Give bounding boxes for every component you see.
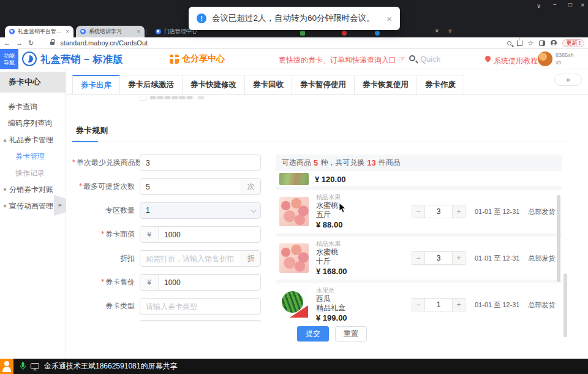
sidebar-item-operation-log[interactable]: 操作记录 <box>0 165 66 181</box>
hidden-tab-close-icon[interactable]: × <box>435 27 439 34</box>
summary-infix: 种，共可兑换 <box>320 158 364 168</box>
page-scrollbar[interactable] <box>564 273 567 337</box>
tab-card-void[interactable]: 券卡作废 <box>417 75 464 95</box>
card-sale-price-input[interactable] <box>159 275 260 290</box>
tab-close-icon[interactable]: × <box>66 28 69 35</box>
valid-period: 01-01 至 12-31 <box>475 254 519 263</box>
sidebar-item-card-management[interactable]: 券卡管理 <box>0 148 66 165</box>
chevron-down-icon: ▼ <box>2 204 7 209</box>
tab-resume-use[interactable]: 券卡恢复使用 <box>354 75 417 95</box>
menu-icon: ≡ <box>58 202 62 209</box>
tab-card-recycle[interactable]: 券卡回收 <box>244 75 292 95</box>
checkbox[interactable] <box>140 96 146 101</box>
pointing-hand-icon: ☞ <box>398 54 406 64</box>
max-pickup-times-field: 次 <box>140 178 261 195</box>
url-text[interactable]: standard.maboy.cn/CardsOut <box>60 39 148 47</box>
share-center-label: 仓分享中心 <box>182 53 225 64</box>
share-icon[interactable] <box>517 40 522 46</box>
quantity-input[interactable] <box>425 251 452 265</box>
browser-update-button[interactable]: 更新 ! <box>562 39 584 47</box>
lock-icon[interactable] <box>50 42 55 45</box>
discount-input[interactable] <box>140 251 241 266</box>
hidden-tab-favicon-icon[interactable] <box>300 31 305 36</box>
minus-button[interactable]: − <box>412 298 425 311</box>
tab-quick-modify[interactable]: 券卡快捷修改 <box>182 75 245 95</box>
tutorial-link[interactable]: 系统使用教程 <box>494 56 538 66</box>
quick-search-label[interactable]: Quick <box>420 55 440 64</box>
quick-search-icon[interactable] <box>409 55 415 61</box>
form-row: 券卡类型 <box>72 298 261 315</box>
tab-separator <box>146 29 146 35</box>
product-price: ¥ 120.00 <box>315 175 346 185</box>
profile-icon[interactable] <box>551 40 557 46</box>
tab-follow-up-activation[interactable]: 券卡后续激活 <box>119 75 183 95</box>
window-close-icon[interactable]: × <box>581 1 584 9</box>
side-panel-icon[interactable] <box>539 40 545 46</box>
bookmark-star-icon[interactable]: ☆ <box>528 40 534 47</box>
zoom-icon[interactable] <box>507 41 511 45</box>
select-value: 1 <box>140 203 260 218</box>
min-exchange-count-input[interactable] <box>140 155 260 170</box>
window-maximize-icon[interactable]: □ <box>568 1 572 8</box>
card-face-value-input[interactable] <box>159 227 260 242</box>
valid-period: 01-01 至 12-31 <box>475 207 519 216</box>
summary-suffix: 件商品 <box>379 158 401 168</box>
window-menu-icon[interactable]: ∨ <box>537 2 541 9</box>
hidden-tab-favicon-icon[interactable] <box>375 31 380 36</box>
forward-icon[interactable]: → <box>16 40 23 47</box>
sidebar-item-card-query[interactable]: 券卡查询 <box>0 99 66 115</box>
cutoff-text-fragment <box>198 96 204 99</box>
tab-suspend-use[interactable]: 券卡暂停使用 <box>292 75 355 95</box>
minus-button[interactable]: − <box>412 251 425 265</box>
product-row-partial[interactable]: ¥ 120.00 <box>276 171 562 186</box>
expand-button[interactable]: » <box>554 74 582 86</box>
username-sub: xh <box>556 59 562 66</box>
new-tab-button[interactable]: + <box>448 26 453 36</box>
zone-count-select[interactable]: 1 <box>140 202 261 219</box>
max-pickup-times-input[interactable] <box>140 179 241 194</box>
product-row[interactable]: 精品水果 水蜜桃 五斤 ¥ 88.00 − + 01-01 至 12-31 总部… <box>276 190 562 233</box>
browser-tab[interactable]: 系统培训学习 × <box>76 26 145 37</box>
participant-icon <box>0 359 13 374</box>
quantity-input[interactable] <box>425 298 452 311</box>
form-row: *券卡面值 ¥ <box>72 226 261 243</box>
field-label: *券卡面值 <box>72 226 140 243</box>
plus-button[interactable]: + <box>452 298 466 311</box>
quick-entry-tip: 更快捷的券卡、订单和快递查询入口 <box>279 55 396 66</box>
window-minimize-icon[interactable]: − <box>553 1 557 8</box>
product-image-watermelon <box>279 290 309 319</box>
card-face-value-field: ¥ <box>140 226 261 243</box>
quantity-input[interactable] <box>425 205 452 218</box>
unit-suffix: 折 <box>241 251 260 266</box>
toast-close-icon[interactable]: × <box>386 13 392 24</box>
product-row[interactable]: 水果类 西瓜 精品礼盒 ¥ 199.00 − + 01-01 至 12-31 总… <box>276 283 562 322</box>
share-center-link[interactable]: 仓分享中心 <box>170 53 225 64</box>
sidebar-item-code-sequence-query[interactable]: 编码序列查询 <box>0 115 66 132</box>
tab-cards-out[interactable]: 券卡出库 <box>72 75 120 95</box>
card-type-input[interactable] <box>140 299 260 314</box>
hidden-tab-favicon-icon[interactable] <box>342 31 347 36</box>
minus-button[interactable]: − <box>412 205 425 218</box>
delivery-source: 总部发货 <box>528 254 555 263</box>
update-alert-icon: ! <box>579 40 581 46</box>
sidebar-group-gift-card-mgmt[interactable]: ▲礼品券卡管理 <box>0 132 66 148</box>
nav-toggle-label: 导航 <box>4 59 15 66</box>
tab-close-icon[interactable]: × <box>137 28 140 35</box>
reload-icon[interactable]: ↻ <box>28 40 34 47</box>
cutoff-text-fragment <box>150 96 194 99</box>
plus-button[interactable]: + <box>452 205 466 218</box>
sidebar-group-label: 宣传动画管理 <box>9 202 53 210</box>
plus-button[interactable]: + <box>452 251 466 265</box>
user-avatar[interactable] <box>538 52 552 66</box>
delivery-source: 总部发货 <box>528 207 555 216</box>
back-icon[interactable]: ← <box>4 40 10 47</box>
function-nav-toggle[interactable]: 功能 导航 <box>0 49 18 69</box>
product-row[interactable]: 精品水果 水蜜桃 十斤 ¥ 168.00 − + 01-01 至 12-31 总… <box>276 237 562 280</box>
product-name: 水蜜桃 <box>316 201 407 210</box>
mouse-cursor <box>339 202 347 213</box>
reset-button[interactable]: 重置 <box>335 326 367 342</box>
browser-tab-active[interactable]: 礼盒营销平台管理中心 × <box>5 26 74 37</box>
required-mark: * <box>79 182 82 191</box>
products-scrollbar[interactable] <box>557 195 560 282</box>
submit-button[interactable]: 提交 <box>297 326 329 342</box>
